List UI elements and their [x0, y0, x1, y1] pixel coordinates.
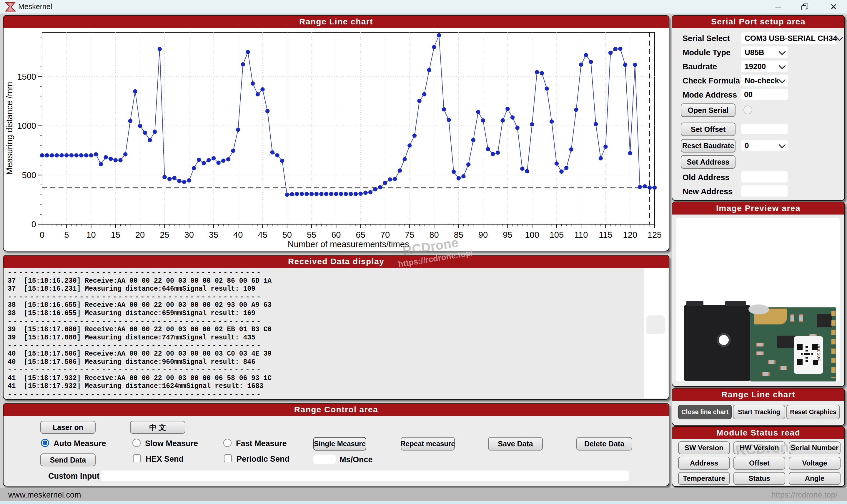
log-separator: ----------------------------------------… — [8, 293, 642, 302]
module-status-panel: Module Status read SW VersionHW VersionS… — [672, 426, 845, 487]
laser-module-optics — [684, 305, 750, 381]
set-offset-button[interactable]: Set Offset — [681, 123, 736, 136]
set-address-button[interactable]: Set Address — [681, 155, 736, 169]
svg-text:100: 100 — [525, 230, 539, 239]
new-address-input[interactable] — [741, 185, 788, 197]
svg-text:95: 95 — [503, 230, 512, 239]
status-button[interactable]: Status — [733, 472, 785, 485]
log-separator: ----------------------------------------… — [8, 342, 642, 350]
watermark-url: https://rcdrone.top/ — [772, 490, 837, 500]
app-window: Meskernel – × Range Line chart 051015202… — [0, 0, 847, 504]
svg-text:50: 50 — [282, 230, 292, 239]
window-titlebar: Meskernel – × — [0, 0, 847, 14]
svg-text:80: 80 — [429, 230, 439, 239]
repeat-measure-button[interactable]: Repeat measure — [401, 437, 455, 451]
restore-icon — [801, 3, 808, 10]
svg-text:0: 0 — [32, 219, 36, 229]
svg-text:0: 0 — [40, 230, 45, 239]
mode-address-input[interactable] — [741, 89, 788, 100]
close-line-chart-button[interactable]: Close line chart — [678, 405, 732, 419]
close-button[interactable]: × — [824, 0, 843, 14]
radio-fast-measure[interactable] — [223, 439, 231, 447]
module-type-label: Module Type — [682, 48, 730, 57]
scrollbar[interactable] — [644, 268, 668, 398]
check-formula-label: Check Formula — [682, 76, 740, 86]
minimize-icon: – — [776, 1, 781, 13]
range-control-panel: Range Control area Laser on 中 文 Auto Mea… — [3, 403, 669, 486]
log-line: 39 [15:18:17.080] Measuring distance:747… — [8, 334, 642, 342]
app-logo-icon — [5, 1, 16, 12]
language-button[interactable]: 中 文 — [130, 421, 185, 434]
received-data-panel: Received Data display ------------------… — [3, 255, 669, 400]
panel-header: Module Status read — [672, 427, 844, 439]
panel-title: Image Preview area — [716, 204, 800, 213]
serial-select-dropdown[interactable]: COM3 USB-SERIAL CH34 — [741, 32, 836, 44]
custom-input[interactable] — [101, 470, 629, 481]
svg-text:90: 90 — [478, 230, 488, 239]
svg-text:30: 30 — [185, 230, 194, 239]
svg-text:55: 55 — [307, 230, 316, 239]
chevron-down-icon — [778, 76, 785, 83]
panel-header: Serial Port setup area — [672, 16, 844, 28]
svg-text:1500: 1500 — [17, 72, 36, 82]
svg-text:120: 120 — [623, 230, 637, 239]
sw-version-button[interactable]: SW Version — [678, 442, 730, 454]
chevron-down-icon — [836, 34, 843, 41]
hex-send-label: HEX Send — [145, 455, 184, 464]
reset-graphics-button[interactable]: Reset Graphics — [786, 405, 840, 419]
svg-text:65: 65 — [356, 230, 365, 239]
svg-text:45: 45 — [258, 230, 267, 239]
single-measure-button[interactable]: Single Measure — [313, 437, 366, 451]
check-formula-dropdown[interactable]: No-check — [741, 75, 788, 86]
periodic-send-label: Periodic Send — [237, 455, 290, 464]
range-line-chart: 0510152025303540455055606570758085909510… — [3, 28, 668, 250]
hex-send-checkbox[interactable] — [133, 454, 141, 462]
bottom-strip — [0, 501, 847, 504]
received-data-log[interactable]: ----------------------------------------… — [8, 269, 642, 398]
ms-once-input[interactable] — [313, 455, 336, 464]
svg-text:500: 500 — [22, 170, 36, 180]
radio-auto-measure[interactable] — [41, 439, 49, 447]
log-separator: ----------------------------------------… — [8, 391, 642, 398]
reset-baudrate-dropdown[interactable]: 0 — [741, 140, 788, 151]
serial-text: 00050F — [816, 344, 822, 361]
svg-text:1000: 1000 — [17, 121, 36, 130]
chevron-down-icon — [778, 48, 785, 55]
baudrate-dropdown[interactable]: 19200 — [741, 60, 788, 72]
radio-slow-measure[interactable] — [133, 439, 141, 447]
svg-text:Measuring distance /mm: Measuring distance /mm — [5, 82, 14, 175]
minimize-button[interactable]: – — [768, 0, 788, 14]
restore-button[interactable] — [795, 0, 814, 14]
temperature-button[interactable]: Temperature — [678, 472, 730, 485]
log-line: 37 [15:18:16.231] Measuring distance:646… — [8, 285, 642, 293]
offset-button[interactable]: Offset — [733, 457, 785, 470]
save-data-button[interactable]: Save Data — [488, 437, 543, 451]
serial-number-button[interactable]: Serial Number — [789, 442, 841, 454]
module-type-dropdown[interactable]: U85B — [741, 47, 788, 58]
delete-data-button[interactable]: Delete Data — [576, 437, 632, 451]
angle-button[interactable]: Angle — [789, 472, 841, 485]
periodic-send-checkbox[interactable] — [224, 454, 232, 462]
radio-slow-measure-label: Slow Measure — [145, 439, 198, 448]
panel-header: Range Line chart — [3, 16, 669, 28]
send-data-button[interactable]: Send Data — [40, 453, 96, 466]
chevron-down-icon — [778, 141, 785, 148]
voltage-button[interactable]: Voltage — [789, 457, 841, 470]
offset-input[interactable] — [741, 124, 788, 134]
svg-text:40: 40 — [233, 230, 243, 239]
panel-title: Module Status read — [716, 428, 800, 437]
reset-baudrate-button[interactable]: Reset Baudrate — [681, 139, 736, 152]
start-tracking-button[interactable]: Start Tracking — [733, 405, 785, 419]
panel-title: Serial Port setup area — [711, 17, 806, 26]
log-line: 38 [15:18:16.655] Receive:AA 00 00 22 00… — [8, 301, 642, 309]
scrollbar-thumb[interactable] — [646, 315, 665, 334]
serial-open-indicator — [743, 106, 752, 114]
old-address-input[interactable] — [741, 171, 788, 182]
laser-on-button[interactable]: Laser on — [40, 421, 96, 434]
address-button[interactable]: Address — [678, 457, 730, 470]
svg-text:125: 125 — [647, 230, 662, 239]
hw-version-button[interactable]: HW Version — [733, 442, 785, 454]
open-serial-button[interactable]: Open Serial — [681, 104, 736, 117]
check-formula-value: No-check — [745, 76, 779, 85]
radio-fast-measure-label: Fast Measure — [236, 439, 287, 448]
